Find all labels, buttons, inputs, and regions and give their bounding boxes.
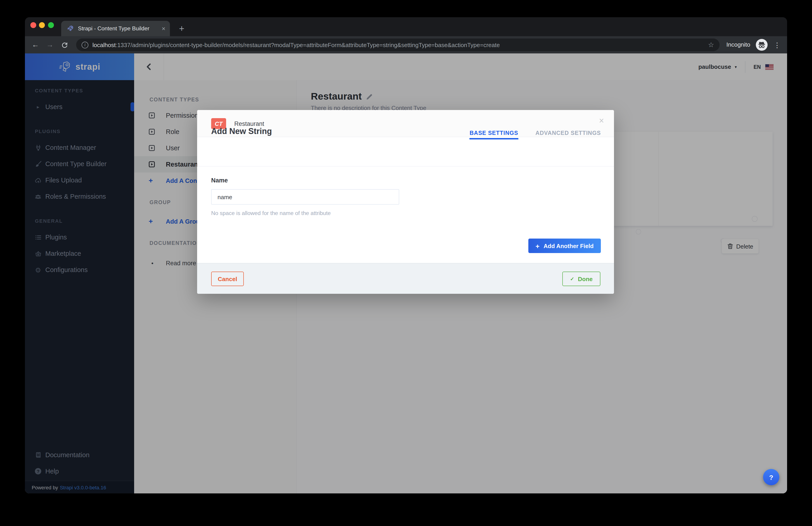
add-field-modal: CT Restaurant × Add New String BASE SETT… — [197, 110, 614, 294]
modal-title: Add New String — [211, 127, 272, 136]
url-text[interactable]: localhost:1337/admin/plugins/content-typ… — [92, 42, 704, 48]
window-zoom-button[interactable] — [48, 22, 54, 28]
browser-toolbar: ← → i localhost:1337/admin/plugins/conte… — [25, 36, 787, 54]
desktop: Strapi - Content Type Builder × + ← → i … — [0, 0, 812, 526]
name-helper-text: No space is allowed for the name of the … — [211, 210, 331, 216]
plus-icon: + — [536, 242, 540, 250]
bookmark-star-icon[interactable]: ☆ — [708, 41, 714, 49]
help-floating-button[interactable]: ? — [763, 469, 779, 485]
browser-menu-icon[interactable]: ⋮ — [772, 40, 782, 51]
back-icon[interactable]: ← — [29, 39, 41, 51]
browser-tab[interactable]: Strapi - Content Type Builder × — [61, 21, 170, 36]
browser-window: Strapi - Content Type Builder × + ← → i … — [25, 17, 787, 493]
tab-advanced-settings[interactable]: ADVANCED SETTINGS — [535, 130, 601, 136]
page-viewport: strapi CONTENT TYPES ▸ Users PLUGINS Con… — [25, 54, 787, 493]
url-bar[interactable]: i localhost:1337/admin/plugins/content-t… — [76, 39, 720, 51]
modal-footer: Cancel ✓ Done — [197, 263, 614, 294]
incognito-icon — [756, 39, 768, 51]
new-tab-button[interactable]: + — [174, 22, 189, 35]
site-info-icon[interactable]: i — [82, 42, 88, 48]
tab-favicon-strapi-icon — [68, 25, 74, 32]
tab-close-icon[interactable]: × — [162, 25, 165, 32]
tab-strip: Strapi - Content Type Builder × + — [25, 17, 787, 36]
window-minimize-button[interactable] — [39, 22, 45, 28]
reload-icon[interactable] — [58, 39, 70, 51]
name-field-label: Name — [211, 177, 228, 184]
forward-icon[interactable]: → — [44, 39, 56, 51]
done-button[interactable]: ✓ Done — [562, 272, 600, 286]
url-host: localhost — [92, 42, 116, 48]
name-input[interactable] — [211, 189, 399, 205]
incognito-label: Incognito — [726, 41, 750, 48]
modal-content-type-name: Restaurant — [234, 120, 264, 127]
close-icon[interactable]: × — [599, 116, 604, 125]
tab-base-settings[interactable]: BASE SETTINGS — [470, 130, 518, 136]
modal-tabs: BASE SETTINGS ADVANCED SETTINGS — [470, 130, 601, 136]
tab-title: Strapi - Content Type Builder — [78, 25, 158, 32]
window-close-button[interactable] — [30, 22, 36, 28]
modal-divider — [197, 166, 614, 167]
add-another-field-button[interactable]: + Add Another Field — [528, 239, 601, 253]
check-icon: ✓ — [570, 276, 574, 282]
cancel-button[interactable]: Cancel — [211, 272, 244, 286]
url-path: :1337/admin/plugins/content-type-builder… — [116, 42, 500, 48]
